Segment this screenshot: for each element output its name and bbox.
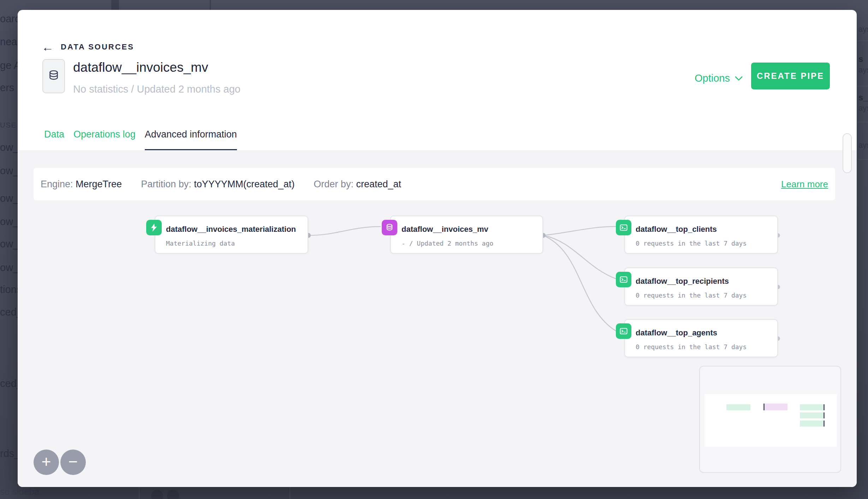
partition-value: toYYYYMM(created_at) bbox=[194, 179, 295, 189]
chevron-down-icon bbox=[735, 76, 743, 81]
tab-bar: Data Operations log Advanced information bbox=[44, 129, 237, 151]
options-button[interactable]: Options bbox=[695, 72, 743, 84]
datasource-icon-box bbox=[42, 59, 65, 93]
node-subtitle: Materializing data bbox=[166, 240, 235, 247]
database-icon bbox=[382, 220, 397, 235]
node-title: dataflow__top_clients bbox=[636, 225, 717, 234]
bg-divider bbox=[857, 159, 868, 159]
node-title: dataflow__invoices_materialization bbox=[166, 225, 296, 234]
back-to-data-sources[interactable]: ← DATA SOURCES bbox=[42, 41, 134, 53]
minimap-node bbox=[726, 404, 750, 410]
pipe-icon bbox=[616, 272, 631, 287]
bg-text-fragment: ays bbox=[858, 66, 868, 74]
order-label: Order by: bbox=[314, 179, 353, 189]
modal-scrollbar[interactable] bbox=[843, 133, 852, 173]
tab-operations-log[interactable]: Operations log bbox=[73, 129, 136, 151]
bg-divider bbox=[290, 487, 290, 499]
order-field: Order by: created_at bbox=[314, 179, 401, 190]
lightning-icon bbox=[146, 220, 162, 235]
bg-text-fragment: ays bbox=[858, 141, 868, 149]
bg-collapse-sidebar-fragment: se sideba bbox=[0, 487, 39, 496]
node-title: dataflow__top_agents bbox=[636, 328, 717, 337]
bg-divider bbox=[139, 487, 139, 499]
node-subtitle: 0 requests in the last 7 days bbox=[636, 240, 747, 247]
pipe-icon bbox=[616, 323, 631, 339]
data-source-modal: ← DATA SOURCES dataflow__invoices_mv No … bbox=[18, 10, 857, 487]
graph-node-invoices-mv[interactable]: dataflow__invoices_mv - / Updated 2 mont… bbox=[390, 216, 543, 254]
partition-label: Partition by: bbox=[141, 179, 191, 189]
tab-advanced-information[interactable]: Advanced information bbox=[145, 129, 237, 151]
options-label: Options bbox=[695, 72, 730, 84]
create-pipe-button[interactable]: CREATE PIPE bbox=[751, 63, 830, 89]
bg-text-fragment: rds_ bbox=[0, 448, 20, 459]
graph-node-top-agents[interactable]: dataflow__top_agents 0 requests in the l… bbox=[624, 319, 778, 357]
page-title: dataflow__invoices_mv bbox=[73, 60, 208, 75]
partition-field: Partition by: toYYYYMM(created_at) bbox=[141, 179, 295, 190]
bg-text-fragment: ers bbox=[0, 83, 14, 93]
page-subtitle: No statistics / Updated 2 months ago bbox=[73, 83, 240, 95]
node-subtitle: 0 requests in the last 7 days bbox=[636, 292, 747, 299]
engine-value: MergeTree bbox=[76, 179, 122, 189]
bg-avatar bbox=[167, 490, 179, 499]
tab-data[interactable]: Data bbox=[44, 129, 64, 151]
node-title: dataflow__invoices_mv bbox=[402, 225, 488, 234]
minimap-node bbox=[800, 412, 825, 418]
bg-divider bbox=[857, 41, 868, 41]
graph-node-top-recipients[interactable]: dataflow__top_recipients 0 requests in t… bbox=[624, 268, 778, 306]
order-value: created_at bbox=[356, 179, 401, 189]
graph-node-top-clients[interactable]: dataflow__top_clients 0 requests in the … bbox=[624, 216, 778, 254]
learn-more-link[interactable]: Learn more bbox=[781, 179, 828, 190]
bg-text-fragment: nea bbox=[0, 37, 17, 47]
graph-node-materialization[interactable]: dataflow__invoices_materialization Mater… bbox=[155, 216, 308, 254]
back-label: DATA SOURCES bbox=[61, 42, 134, 52]
node-subtitle: 0 requests in the last 7 days bbox=[636, 343, 747, 351]
bg-divider bbox=[857, 122, 868, 122]
bg-avatar bbox=[151, 490, 163, 499]
engine-info-bar: Engine: MergeTree Partition by: toYYYYMM… bbox=[34, 168, 835, 200]
pipe-icon bbox=[616, 220, 631, 235]
bg-divider bbox=[210, 0, 211, 10]
node-subtitle: - / Updated 2 months ago bbox=[402, 240, 493, 247]
zoom-in-button[interactable]: + bbox=[34, 450, 59, 475]
database-icon bbox=[47, 69, 60, 84]
minimap-node bbox=[763, 404, 787, 410]
node-title: dataflow__top_recipients bbox=[636, 277, 729, 286]
bg-divider bbox=[111, 0, 119, 10]
screen: oard nea ge A ers USE ow__ ow__ ow__ ow_… bbox=[0, 0, 868, 499]
engine-field: Engine: MergeTree bbox=[41, 179, 122, 190]
engine-label: Engine: bbox=[41, 179, 73, 189]
back-arrow-icon: ← bbox=[42, 41, 54, 53]
minimap-node bbox=[800, 404, 825, 410]
graph-minimap[interactable] bbox=[699, 366, 841, 473]
bg-divider bbox=[857, 86, 868, 86]
minimap-node bbox=[800, 421, 825, 427]
bg-text-fragment: ays bbox=[858, 104, 868, 112]
zoom-out-button[interactable]: − bbox=[60, 450, 86, 475]
bg-text-fragment: s bbox=[858, 55, 863, 63]
bg-text-fragment: USE bbox=[0, 122, 17, 129]
bg-text-fragment: ays bbox=[858, 25, 868, 33]
bg-text-fragment: s__ bbox=[858, 93, 868, 102]
